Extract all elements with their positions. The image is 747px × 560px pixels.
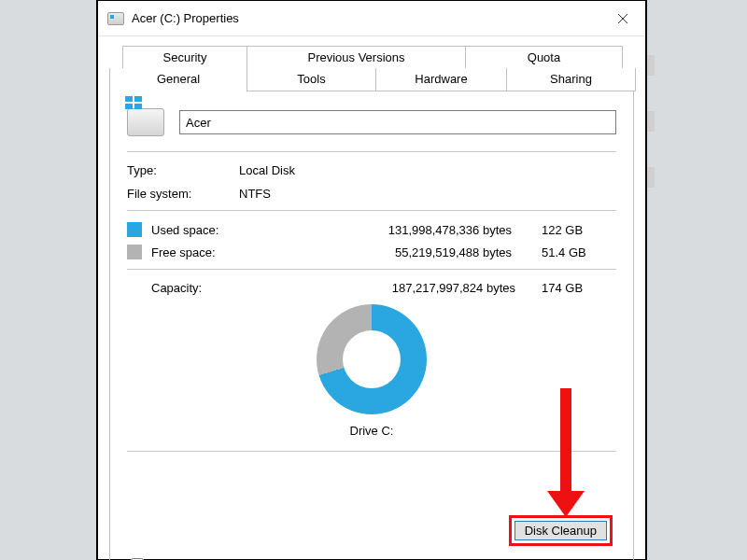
properties-dialog: Acer (C:) Properties Security Previous V…: [97, 0, 646, 560]
annotation-highlight: Disk Cleanup: [509, 515, 613, 546]
separator: [127, 269, 616, 270]
capacity-row: Capacity: 187,217,997,824 bytes 174 GB: [127, 281, 616, 295]
separator: [127, 151, 616, 152]
disk-cleanup-button[interactable]: Disk Cleanup: [514, 521, 607, 540]
filesystem-value: NTFS: [239, 187, 616, 201]
free-color-swatch: [127, 245, 142, 259]
tab-page-general: Type: Local Disk File system: NTFS Used …: [109, 91, 634, 560]
tab-general[interactable]: General: [109, 68, 247, 92]
filesystem-label: File system:: [127, 187, 239, 201]
background-window-edge: [647, 55, 655, 223]
type-label: Type:: [127, 163, 239, 177]
used-color-swatch: [127, 222, 142, 237]
tab-area: Security Previous Versions Quota General…: [98, 36, 645, 560]
capacity-label: Capacity:: [127, 281, 248, 295]
drive-caption: Drive C:: [350, 424, 394, 438]
capacity-bytes: 187,217,997,824 bytes: [248, 281, 542, 295]
compress-drive-row: Compress this drive to save disk space: [127, 555, 364, 560]
window-title: Acer (C:) Properties: [132, 11, 239, 25]
free-space-row: Free space: 55,219,519,488 bytes 51.4 GB: [127, 245, 616, 259]
titlebar: Acer (C:) Properties: [98, 1, 645, 36]
tab-sharing[interactable]: Sharing: [507, 68, 636, 91]
used-space-label: Used space:: [151, 223, 252, 237]
used-space-bytes: 131,998,478,336 bytes: [256, 223, 538, 237]
volume-icon: [127, 108, 164, 136]
tab-previous-versions[interactable]: Previous Versions: [247, 46, 466, 68]
drive-icon: [107, 12, 124, 25]
free-space-human: 51.4 GB: [542, 245, 616, 259]
type-value: Local Disk: [239, 163, 616, 177]
close-icon: [617, 13, 628, 24]
separator: [127, 210, 616, 211]
separator: [127, 451, 616, 452]
tab-security[interactable]: Security: [122, 46, 247, 68]
used-space-human: 122 GB: [542, 223, 616, 237]
free-space-bytes: 55,219,519,488 bytes: [256, 245, 538, 259]
tab-hardware[interactable]: Hardware: [376, 68, 507, 91]
capacity-human: 174 GB: [542, 281, 616, 295]
close-button[interactable]: [600, 1, 645, 36]
used-space-row: Used space: 131,998,478,336 bytes 122 GB: [127, 222, 616, 237]
tab-quota[interactable]: Quota: [466, 46, 623, 68]
tab-tools[interactable]: Tools: [247, 68, 376, 91]
volume-name-input[interactable]: [179, 110, 616, 134]
free-space-label: Free space:: [151, 245, 252, 259]
usage-pie-chart: [317, 304, 427, 414]
